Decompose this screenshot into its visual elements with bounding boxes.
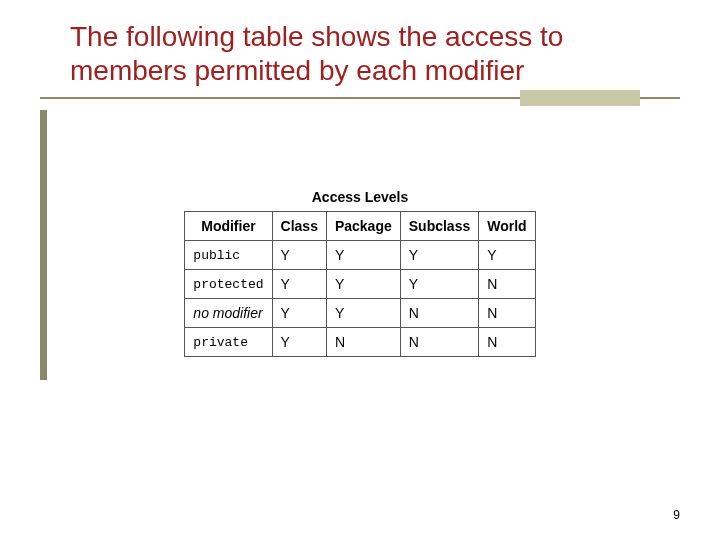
cell-value: Y: [400, 241, 478, 270]
cell-value: Y: [272, 328, 326, 357]
cell-value: N: [400, 328, 478, 357]
cell-value: Y: [326, 270, 400, 299]
table-caption: Access Levels: [312, 189, 409, 205]
cell-value: N: [400, 299, 478, 328]
cell-value: Y: [272, 299, 326, 328]
table-row: protectedYYYN: [185, 270, 535, 299]
cell-value: N: [479, 270, 535, 299]
table-row: no modifierYYNN: [185, 299, 535, 328]
header-modifier: Modifier: [185, 212, 272, 241]
table-row: publicYYYY: [185, 241, 535, 270]
cell-value: N: [479, 299, 535, 328]
left-accent-bar: [40, 110, 47, 380]
title-underline: [40, 91, 680, 109]
cell-value: N: [479, 328, 535, 357]
cell-value: Y: [272, 241, 326, 270]
table-body: publicYYYYprotectedYYYNno modifierYYNNpr…: [185, 241, 535, 357]
cell-value: Y: [400, 270, 478, 299]
cell-modifier: no modifier: [185, 299, 272, 328]
cell-value: Y: [326, 241, 400, 270]
header-subclass: Subclass: [400, 212, 478, 241]
slide: The following table shows the access to …: [0, 0, 720, 540]
header-world: World: [479, 212, 535, 241]
slide-title: The following table shows the access to …: [40, 20, 680, 87]
cell-value: Y: [272, 270, 326, 299]
table-header-row: Modifier Class Package Subclass World: [185, 212, 535, 241]
table-row: privateYNNN: [185, 328, 535, 357]
access-levels-table: Modifier Class Package Subclass World pu…: [184, 211, 535, 357]
content-area: Access Levels Modifier Class Package Sub…: [40, 189, 680, 357]
cell-modifier: public: [185, 241, 272, 270]
cell-value: Y: [326, 299, 400, 328]
header-class: Class: [272, 212, 326, 241]
header-package: Package: [326, 212, 400, 241]
cell-modifier: private: [185, 328, 272, 357]
cell-value: N: [326, 328, 400, 357]
cell-value: Y: [479, 241, 535, 270]
cell-modifier: protected: [185, 270, 272, 299]
underline-block: [520, 90, 640, 106]
page-number: 9: [673, 508, 680, 522]
